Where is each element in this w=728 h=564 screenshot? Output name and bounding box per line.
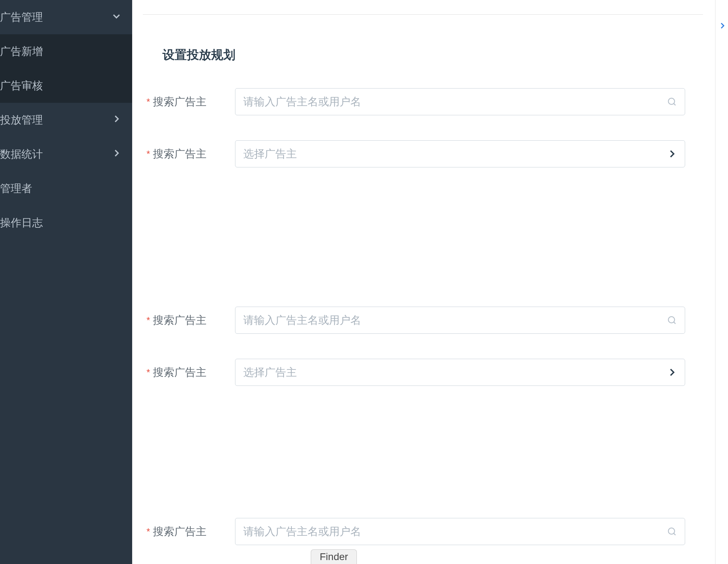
svg-point-0 [668,98,675,105]
chevron-down-icon [111,11,121,24]
nav-item-ad-management[interactable]: 广告管理 [0,0,132,34]
required-mark: * [146,367,150,378]
right-panel [715,0,728,564]
search-advertiser-input[interactable] [235,307,685,334]
required-mark: * [146,148,150,160]
input-wrap [235,140,685,167]
nav-label: 管理者 [0,181,32,196]
nav-label: 广告管理 [0,10,43,25]
dock-finder[interactable]: Finder [311,549,357,564]
chevron-right-icon [667,367,677,378]
form-row-search-advertiser: * 搜索广告主 [143,88,703,115]
main-content: 设置投放规划 * 搜索广告主 * 搜索广告主 * 搜索广告主 [132,0,714,564]
divider [143,14,703,15]
form-row-search-advertiser: * 搜索广告主 [143,518,703,545]
chevron-right-icon[interactable] [718,21,727,30]
svg-point-1 [668,317,675,323]
search-advertiser-input[interactable] [235,88,685,115]
input-wrap [235,359,685,386]
required-mark: * [146,526,150,537]
search-icon [667,315,677,326]
input-wrap [235,88,685,115]
nav-item-admin[interactable]: 管理者 [0,171,132,206]
chevron-right-icon [111,114,121,126]
input-wrap [235,518,685,545]
nav-label: 操作日志 [0,216,43,230]
field-label: 搜索广告主 [153,95,235,109]
nav-label: 投放管理 [0,113,43,127]
input-wrap [235,307,685,334]
search-icon [667,96,677,107]
nav-item-ad-review[interactable]: 广告审核 [0,69,132,103]
nav-item-statistics[interactable]: 数据统计 [0,137,132,171]
field-label: 搜索广告主 [153,313,235,328]
section-title: 设置投放规划 [163,47,703,63]
nav-item-delivery[interactable]: 投放管理 [0,103,132,137]
nav-label: 数据统计 [0,147,43,162]
nav-label: 广告新增 [0,44,43,59]
nav-label: 广告审核 [0,79,43,93]
required-mark: * [146,96,150,107]
select-advertiser-input[interactable] [235,359,685,386]
form-row-select-advertiser: * 搜索广告主 [143,140,703,167]
chevron-right-icon [667,148,677,159]
svg-point-2 [668,528,675,534]
search-advertiser-input[interactable] [235,518,685,545]
form-row-select-advertiser: * 搜索广告主 [143,359,703,386]
spacer [143,192,703,307]
required-mark: * [146,315,150,326]
nav-item-ad-new[interactable]: 广告新增 [0,34,132,69]
sidebar: 广告管理 广告新增 广告审核 投放管理 数据统计 管理者 操作日志 [0,0,132,564]
chevron-right-icon [111,148,121,161]
field-label: 搜索广告主 [153,365,235,380]
select-advertiser-input[interactable] [235,140,685,167]
field-label: 搜索广告主 [153,147,235,161]
field-label: 搜索广告主 [153,524,235,539]
nav-item-logs[interactable]: 操作日志 [0,206,132,240]
spacer [143,411,703,518]
form-row-search-advertiser: * 搜索广告主 [143,307,703,334]
dock-label: Finder [320,551,348,562]
search-icon [667,526,677,537]
